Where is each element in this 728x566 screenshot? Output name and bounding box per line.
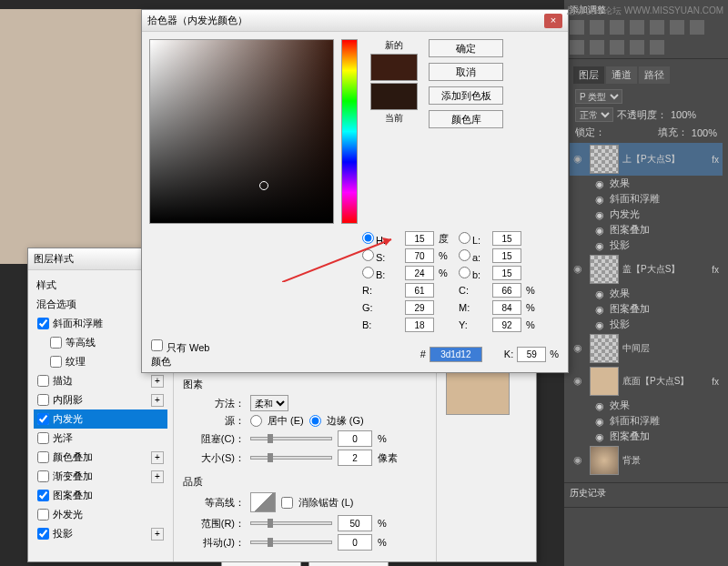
style-drop-shadow[interactable]: 投影+ bbox=[34, 524, 167, 543]
eye-icon[interactable]: ◉ bbox=[573, 153, 586, 166]
m-input[interactable] bbox=[492, 300, 521, 315]
adjust-icon[interactable] bbox=[610, 40, 624, 55]
fx-pattern[interactable]: ◉图案叠加 bbox=[570, 301, 723, 317]
choke-input[interactable] bbox=[338, 430, 372, 447]
opacity-val[interactable]: 100% bbox=[671, 109, 696, 120]
adjust-icon[interactable] bbox=[570, 20, 584, 35]
reset-default-button[interactable]: 复位为默认值 bbox=[308, 561, 389, 566]
plus-icon[interactable]: + bbox=[151, 375, 164, 388]
layer-row[interactable]: ◉中间层 bbox=[570, 332, 723, 365]
jitter-slider[interactable] bbox=[250, 541, 332, 544]
style-color-overlay[interactable]: 颜色叠加+ bbox=[34, 448, 167, 467]
size-slider[interactable] bbox=[250, 456, 332, 460]
adjust-icon[interactable] bbox=[590, 20, 604, 35]
color-field[interactable] bbox=[149, 39, 334, 224]
bval-input[interactable] bbox=[405, 318, 434, 332]
adjust-icon[interactable] bbox=[690, 20, 704, 35]
plus-icon[interactable]: + bbox=[151, 528, 164, 541]
plus-icon[interactable]: + bbox=[151, 394, 164, 407]
tab-layers[interactable]: 图层 bbox=[573, 66, 604, 84]
b-input[interactable] bbox=[405, 266, 434, 280]
h-radio[interactable] bbox=[362, 232, 374, 244]
method-select[interactable]: 柔和 bbox=[250, 395, 288, 411]
titlebar[interactable]: 拾色器（内发光颜色） × bbox=[142, 10, 568, 32]
style-stroke[interactable]: 描边+ bbox=[34, 371, 167, 390]
mode-select[interactable]: 正常 bbox=[575, 107, 613, 122]
adjust-icon[interactable] bbox=[630, 40, 644, 55]
layer-thumb[interactable] bbox=[590, 334, 619, 363]
fx-effects[interactable]: ◉效果 bbox=[570, 398, 723, 413]
a-radio[interactable] bbox=[459, 249, 470, 261]
range-slider[interactable] bbox=[250, 521, 332, 525]
hex-input[interactable] bbox=[430, 347, 482, 362]
lab-b-input[interactable] bbox=[492, 266, 521, 280]
layer-row[interactable]: ◉盖【P大点S】fx bbox=[570, 253, 723, 286]
k-input[interactable] bbox=[517, 347, 546, 362]
fx-bevel[interactable]: ◉斜面和浮雕 bbox=[570, 191, 723, 207]
b-radio[interactable] bbox=[362, 267, 374, 278]
size-input[interactable] bbox=[338, 450, 372, 466]
fx-effects[interactable]: ◉效果 bbox=[570, 286, 723, 301]
layer-thumb[interactable] bbox=[590, 145, 619, 174]
style-inner-glow[interactable]: 内发光 bbox=[34, 409, 167, 429]
c-input[interactable] bbox=[492, 283, 521, 298]
a-input[interactable] bbox=[492, 248, 521, 263]
adjust-icon[interactable] bbox=[590, 40, 604, 55]
eye-icon[interactable]: ◉ bbox=[573, 263, 586, 276]
style-outer-glow[interactable]: 外发光 bbox=[34, 505, 167, 524]
plus-icon[interactable]: + bbox=[151, 451, 164, 464]
choke-slider[interactable] bbox=[250, 437, 332, 440]
ok-button[interactable]: 确定 bbox=[429, 39, 503, 57]
layer-row[interactable]: ◉上【P大点S】fx bbox=[570, 143, 723, 176]
range-input[interactable] bbox=[338, 515, 372, 531]
kind-select[interactable]: P 类型 bbox=[575, 89, 622, 104]
layer-thumb[interactable] bbox=[590, 255, 619, 284]
close-icon[interactable]: × bbox=[544, 14, 562, 28]
l-radio[interactable] bbox=[459, 232, 470, 244]
canvas[interactable] bbox=[0, 9, 164, 264]
web-only-check[interactable]: 只有 Web 颜色 bbox=[151, 339, 215, 369]
y-input[interactable] bbox=[492, 318, 521, 332]
history-title[interactable]: 历史记录 bbox=[570, 487, 723, 500]
eye-icon[interactable]: ◉ bbox=[573, 342, 586, 355]
adjust-icon[interactable] bbox=[630, 20, 644, 35]
color-lib-button[interactable]: 颜色库 bbox=[429, 110, 503, 128]
style-pattern-overlay[interactable]: 图案叠加 bbox=[34, 486, 167, 505]
tab-paths[interactable]: 路径 bbox=[639, 66, 670, 84]
layer-row[interactable]: ◉背景 bbox=[570, 444, 723, 477]
layer-thumb[interactable] bbox=[590, 446, 619, 475]
lab-b-radio[interactable] bbox=[459, 267, 470, 278]
current-swatch[interactable] bbox=[370, 83, 418, 110]
fx-shadow[interactable]: ◉投影 bbox=[570, 317, 723, 332]
eye-icon[interactable]: ◉ bbox=[573, 454, 586, 467]
adjust-icon[interactable] bbox=[570, 40, 584, 55]
style-satin[interactable]: 光泽 bbox=[34, 429, 167, 448]
fx-pattern[interactable]: ◉图案叠加 bbox=[570, 222, 723, 238]
adjust-icon[interactable] bbox=[610, 20, 624, 35]
antialias-check[interactable] bbox=[281, 497, 293, 509]
plus-icon[interactable]: + bbox=[151, 470, 164, 483]
color-cursor[interactable] bbox=[259, 181, 268, 190]
layer-row[interactable]: ◉底面【P大点S】fx bbox=[570, 365, 723, 398]
set-default-button[interactable]: 设置为默认值 bbox=[221, 561, 301, 566]
adjust-icon[interactable] bbox=[650, 40, 664, 55]
s-input[interactable] bbox=[405, 248, 434, 263]
style-gradient-overlay[interactable]: 渐变叠加+ bbox=[34, 467, 167, 486]
add-swatch-button[interactable]: 添加到色板 bbox=[429, 86, 503, 105]
source-edge-radio[interactable] bbox=[309, 415, 321, 427]
layer-thumb[interactable] bbox=[590, 367, 619, 396]
eye-icon[interactable]: ◉ bbox=[573, 375, 586, 388]
r-input[interactable] bbox=[405, 283, 434, 298]
style-inner-shadow[interactable]: 内阴影+ bbox=[34, 390, 167, 409]
fill-val[interactable]: 100% bbox=[692, 127, 717, 138]
fx-shadow[interactable]: ◉投影 bbox=[570, 238, 723, 253]
hue-slider[interactable] bbox=[341, 39, 358, 224]
source-center-radio[interactable] bbox=[250, 415, 262, 427]
tab-channels[interactable]: 通道 bbox=[606, 66, 637, 84]
contour-picker[interactable] bbox=[250, 492, 276, 512]
s-radio[interactable] bbox=[362, 249, 374, 261]
fx-inner-glow[interactable]: ◉内发光 bbox=[570, 207, 723, 222]
fx-bevel[interactable]: ◉斜面和浮雕 bbox=[570, 413, 723, 429]
fx-pattern[interactable]: ◉图案叠加 bbox=[570, 429, 723, 444]
jitter-input[interactable] bbox=[338, 534, 372, 551]
